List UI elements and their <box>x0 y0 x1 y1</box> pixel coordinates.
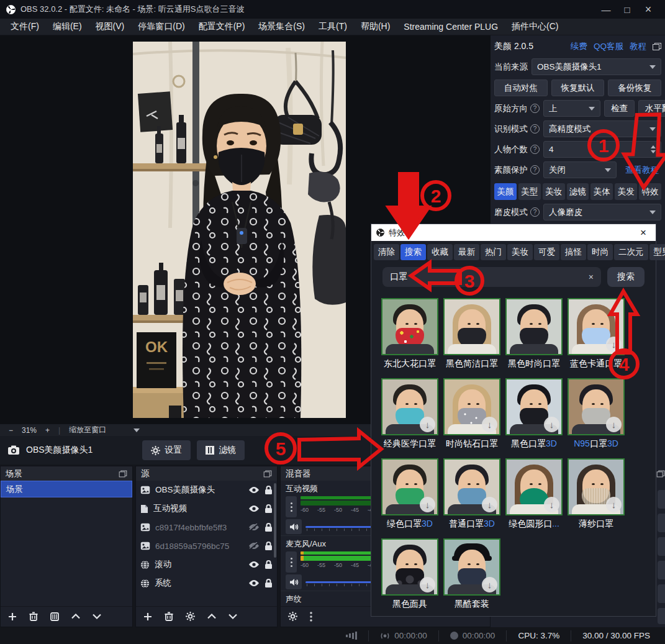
beauty-tab-美体[interactable]: 美体 <box>590 183 613 200</box>
effect-item[interactable]: ↓黑色口罩3D <box>503 378 565 450</box>
download-icon[interactable]: ↓ <box>482 577 497 592</box>
menu-item-2[interactable]: 视图(V) <box>89 19 132 34</box>
source-row[interactable]: 系统 <box>136 574 277 592</box>
hidden-button-edge[interactable] <box>658 561 665 579</box>
mixer-menu-button[interactable] <box>310 612 312 622</box>
menu-item-5[interactable]: 场景集合(S) <box>251 19 312 34</box>
clear-search-icon[interactable]: × <box>589 272 594 282</box>
spinner-up-icon[interactable] <box>651 145 656 148</box>
effect-tab-收藏[interactable]: 收藏 <box>427 244 453 260</box>
chevron-down-icon[interactable] <box>133 429 140 432</box>
eye-off-icon[interactable] <box>248 542 260 550</box>
renew-link[interactable]: 续费 <box>571 41 587 52</box>
check-button[interactable]: 检查 <box>604 100 635 117</box>
lock-icon[interactable] <box>265 579 273 588</box>
source-row[interactable]: 6d18859a5796bc75 <box>136 537 277 555</box>
move-source-down-button[interactable] <box>228 614 237 619</box>
beauty-tab-滤镜[interactable]: 滤镜 <box>567 183 589 200</box>
search-button[interactable]: 搜索 <box>607 267 645 287</box>
scene-item[interactable]: 场景 <box>1 481 132 497</box>
effect-tab-搜索[interactable]: 搜索 <box>400 244 426 260</box>
qq-support-link[interactable]: QQ客服 <box>594 41 623 52</box>
popout-icon[interactable] <box>264 470 272 477</box>
scrollbar[interactable] <box>274 483 276 558</box>
beauty-tab-特效[interactable]: 特效 <box>639 183 661 200</box>
effect-item[interactable]: ↓绿色圆形口... <box>503 458 565 530</box>
source-properties-button[interactable] <box>186 612 195 621</box>
orientation-dropdown[interactable]: 上 <box>543 100 600 117</box>
close-button[interactable]: × <box>638 1 659 17</box>
effect-item[interactable]: ↓普通口罩3D <box>441 458 503 530</box>
effect-tab-热门[interactable]: 热门 <box>481 244 506 260</box>
channel-menu-button[interactable] <box>286 496 297 517</box>
hidden-button-edge[interactable] <box>658 608 665 624</box>
zoom-out-button[interactable]: − <box>9 426 13 435</box>
detect-mode-dropdown[interactable]: 高精度模式 <box>543 120 661 137</box>
mute-button[interactable] <box>286 574 302 589</box>
remove-scene-button[interactable] <box>29 612 38 621</box>
move-source-up-button[interactable] <box>207 614 216 619</box>
download-icon[interactable]: ↓ <box>606 417 622 432</box>
effect-item[interactable]: ↓黑酷套装 <box>441 538 503 610</box>
hidden-button-edge[interactable] <box>658 514 665 532</box>
minimize-button[interactable]: — <box>595 1 617 17</box>
beauty-tab-美型[interactable]: 美型 <box>518 183 541 200</box>
person-count-stepper[interactable]: 4 <box>543 141 661 158</box>
effect-search-input[interactable]: 口罩 × <box>382 267 601 287</box>
popout-icon[interactable] <box>653 43 661 50</box>
download-icon[interactable]: ↓ <box>482 497 497 512</box>
menu-item-7[interactable]: 帮助(H) <box>354 19 397 34</box>
hidden-button-edge[interactable] <box>658 490 665 509</box>
view-tutorial-link[interactable]: 查看教程 <box>625 165 659 176</box>
eye-icon[interactable] <box>248 579 260 587</box>
download-icon[interactable]: ↓ <box>544 497 559 512</box>
menu-item-1[interactable]: 编辑(E) <box>46 19 89 34</box>
effect-item[interactable]: ↓绿色口罩3D <box>379 458 441 530</box>
menu-item-3[interactable]: 停靠窗口(D) <box>131 19 191 34</box>
hidden-button-edge[interactable] <box>658 584 665 603</box>
download-icon[interactable]: ↓ <box>420 497 435 512</box>
effect-tab-型男[interactable]: 型男 <box>649 244 665 260</box>
filters-button[interactable]: 滤镜 <box>197 440 245 460</box>
bareface-protect-dropdown[interactable]: 关闭 <box>543 161 617 178</box>
current-source-dropdown[interactable]: OBS美颜摄像头1 <box>532 58 661 75</box>
menu-item-0[interactable]: 文件(F) <box>4 19 46 34</box>
effect-item[interactable]: ↓经典医学口罩 <box>379 378 441 450</box>
effect-tab-最新[interactable]: 最新 <box>454 244 479 260</box>
tutorial-top-link[interactable]: 教程 <box>630 41 646 52</box>
remove-source-button[interactable] <box>165 612 173 621</box>
beauty-tab-美发[interactable]: 美发 <box>615 183 637 200</box>
popout-icon[interactable] <box>119 470 127 477</box>
flip-horizontal-button[interactable]: 水平翻转 <box>638 100 665 117</box>
effect-tab-美妆[interactable]: 美妆 <box>507 244 533 260</box>
effect-item[interactable]: ↓时尚钻石口罩 <box>441 378 503 450</box>
download-icon[interactable]: ↓ <box>544 417 559 432</box>
hidden-button-edge[interactable] <box>658 537 665 556</box>
effect-item[interactable]: 东北大花口罩 <box>379 298 441 370</box>
eye-icon[interactable] <box>248 486 260 494</box>
menu-item-4[interactable]: 配置文件(P) <box>192 19 252 34</box>
download-icon[interactable]: ↓ <box>420 577 435 592</box>
channel-menu-button[interactable] <box>286 551 297 573</box>
effect-tab-时尚[interactable]: 时尚 <box>587 244 613 260</box>
download-icon[interactable]: ↓ <box>482 417 497 432</box>
zoom-in-button[interactable]: + <box>45 426 50 435</box>
eye-icon[interactable] <box>248 505 260 512</box>
autofocus-button[interactable]: 自动对焦 <box>494 79 548 96</box>
beauty-tab-美颜[interactable]: 美颜 <box>494 183 517 200</box>
source-row[interactable]: OBS美颜摄像头 <box>136 481 277 499</box>
effect-item[interactable]: ↓N95口罩3D <box>565 378 627 450</box>
effect-item[interactable]: ↓薄纱口罩 <box>565 458 627 530</box>
download-icon[interactable]: ↓ <box>606 337 622 352</box>
restore-default-button[interactable]: 恢复默认 <box>551 79 605 96</box>
effect-tab-二次元[interactable]: 二次元 <box>614 244 648 260</box>
add-source-button[interactable] <box>143 612 152 621</box>
popout-icon[interactable] <box>657 471 665 478</box>
lock-icon[interactable] <box>265 486 273 495</box>
eye-off-icon[interactable] <box>248 524 260 531</box>
mixer-settings-button[interactable] <box>288 612 297 621</box>
effect-item[interactable]: 黑色简洁口罩 <box>441 298 503 370</box>
lock-icon[interactable] <box>265 523 273 532</box>
lock-icon[interactable] <box>265 560 273 569</box>
fit-to-window[interactable]: 缩放至窗口 <box>69 425 106 435</box>
